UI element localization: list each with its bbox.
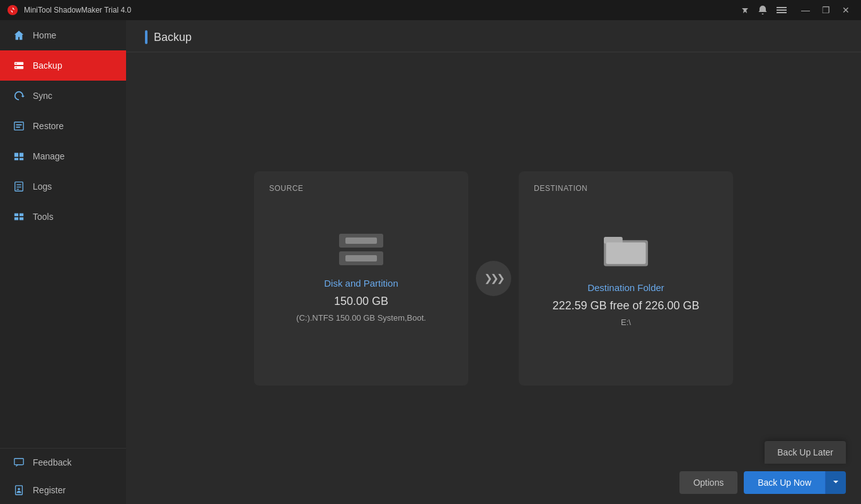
arrow-circle: ❯❯❯ xyxy=(476,261,511,296)
sidebar-item-sync[interactable]: Sync xyxy=(0,81,126,111)
svg-rect-11 xyxy=(14,153,18,157)
page-title-accent xyxy=(145,30,147,44)
svg-point-6 xyxy=(16,63,17,64)
svg-rect-8 xyxy=(14,122,23,130)
source-card[interactable]: SOURCE Disk and Partition 150.00 GB (C:)… xyxy=(254,171,468,386)
source-title: Disk and Partition xyxy=(324,278,398,289)
arrow-connector: ❯❯❯ xyxy=(468,260,519,297)
page-header: Backup xyxy=(126,20,861,52)
logs-icon xyxy=(13,180,25,193)
sidebar-label-tools: Tools xyxy=(33,212,54,222)
backup-now-dropdown[interactable] xyxy=(825,471,846,494)
svg-rect-13 xyxy=(14,158,18,161)
svg-point-25 xyxy=(18,488,20,490)
restore-icon xyxy=(13,120,25,132)
feedback-icon xyxy=(13,456,25,469)
destination-freespace: 222.59 GB free of 226.00 GB xyxy=(552,299,699,312)
destination-label: DESTINATION xyxy=(534,184,587,193)
sidebar-item-register[interactable]: Register xyxy=(0,476,126,504)
destination-title: Destination Folder xyxy=(587,282,664,293)
page-title-bar: Backup xyxy=(145,30,192,44)
manage-icon xyxy=(13,150,25,163)
backup-content: SOURCE Disk and Partition 150.00 GB (C:)… xyxy=(126,52,861,504)
sidebar-label-feedback: Feedback xyxy=(33,457,71,467)
svg-point-0 xyxy=(8,5,18,15)
title-icon-group xyxy=(739,5,787,15)
sidebar-label-sync: Sync xyxy=(33,91,52,101)
sidebar-item-restore[interactable]: Restore xyxy=(0,111,126,141)
main-content: Backup SOURCE Disk and Partition 150.00 … xyxy=(126,20,861,504)
sidebar: Home Backup Sync Restore Manage xyxy=(0,20,126,504)
source-label: SOURCE xyxy=(269,184,303,193)
svg-rect-1 xyxy=(777,7,787,8)
home-icon xyxy=(13,29,25,42)
svg-rect-23 xyxy=(14,459,23,465)
window-controls: — ❐ ✕ xyxy=(797,4,855,16)
backup-later-popup[interactable]: Back Up Later xyxy=(765,441,846,464)
sidebar-item-home[interactable]: Home xyxy=(0,20,126,50)
backup-now-button[interactable]: Back Up Now xyxy=(744,471,825,494)
svg-rect-14 xyxy=(20,158,23,161)
sidebar-bottom: Feedback Register xyxy=(0,448,126,504)
sidebar-label-home: Home xyxy=(33,30,56,40)
svg-rect-2 xyxy=(777,9,787,11)
sidebar-item-backup[interactable]: Backup xyxy=(0,50,126,81)
sidebar-label-register: Register xyxy=(33,485,66,495)
options-button[interactable]: Options xyxy=(679,471,737,494)
register-icon xyxy=(13,484,25,496)
destination-card[interactable]: DESTINATION Destination Folder 222.59 GB… xyxy=(519,171,733,386)
sidebar-item-feedback[interactable]: Feedback xyxy=(0,449,126,476)
svg-rect-22 xyxy=(20,217,23,220)
sidebar-label-logs: Logs xyxy=(33,181,52,192)
app-body: Home Backup Sync Restore Manage xyxy=(0,20,861,504)
page-title: Backup xyxy=(154,31,192,44)
svg-rect-3 xyxy=(777,12,787,13)
sidebar-label-manage: Manage xyxy=(33,151,65,161)
destination-path: E:\ xyxy=(621,318,631,327)
sidebar-label-restore: Restore xyxy=(33,121,64,131)
sidebar-item-tools[interactable]: Tools xyxy=(0,202,126,232)
source-info: (C:).NTFS 150.00 GB System,Boot. xyxy=(296,313,426,323)
app-icon xyxy=(6,4,19,16)
menu-button[interactable] xyxy=(777,5,787,15)
maximize-button[interactable]: ❐ xyxy=(817,4,835,16)
svg-rect-10 xyxy=(16,127,20,128)
disk-icon xyxy=(339,234,383,265)
tools-icon xyxy=(13,210,25,223)
source-size: 150.00 GB xyxy=(334,295,388,308)
svg-rect-21 xyxy=(14,217,18,220)
backup-icon xyxy=(13,59,25,72)
sync-icon xyxy=(13,89,25,102)
backup-now-group: Back Up Now xyxy=(744,471,846,494)
close-button[interactable]: ✕ xyxy=(837,4,855,16)
svg-rect-20 xyxy=(20,214,23,217)
minimize-button[interactable]: — xyxy=(797,4,814,16)
backup-later-label: Back Up Later xyxy=(777,447,833,457)
svg-point-7 xyxy=(16,67,17,68)
app-title: MiniTool ShadowMaker Trial 4.0 xyxy=(24,6,739,14)
svg-rect-9 xyxy=(16,124,22,125)
svg-rect-28 xyxy=(606,243,646,264)
svg-rect-12 xyxy=(20,153,23,157)
notification-button[interactable] xyxy=(758,5,768,15)
folder-icon xyxy=(604,229,648,270)
sidebar-label-backup: Backup xyxy=(33,60,62,71)
title-bar: MiniTool ShadowMaker Trial 4.0 — ❐ ✕ xyxy=(0,0,861,20)
svg-rect-19 xyxy=(14,214,18,217)
sidebar-item-manage[interactable]: Manage xyxy=(0,141,126,171)
sidebar-item-logs[interactable]: Logs xyxy=(0,171,126,202)
bottom-bar: Options Back Up Now xyxy=(664,461,861,504)
pin-button[interactable] xyxy=(739,5,749,15)
